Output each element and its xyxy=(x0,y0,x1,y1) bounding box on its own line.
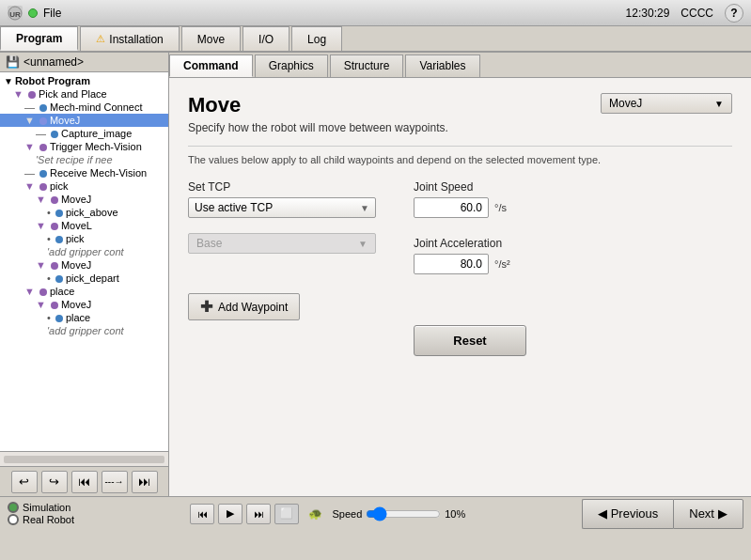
tree-item-pickabove[interactable]: • pick_above xyxy=(0,206,168,219)
move-subtitle: Specify how the robot will move between … xyxy=(188,121,448,134)
tree-item-movej3[interactable]: ▼ MoveJ xyxy=(0,258,168,272)
simulation-option[interactable]: Simulation xyxy=(8,502,74,513)
dot-movej2 xyxy=(51,196,58,204)
tree-item-pick[interactable]: ▼ pick xyxy=(0,179,168,193)
titlebar-time: 12:30:29 xyxy=(626,7,670,20)
help-button[interactable]: ? xyxy=(725,4,743,23)
play-button[interactable]: ▶ xyxy=(218,504,243,524)
dot-receive xyxy=(39,170,47,178)
skip-back-button[interactable]: ⏮ xyxy=(190,504,214,524)
dot-trigger xyxy=(39,144,47,151)
move-type-dropdown[interactable]: MoveJ ▼ xyxy=(601,93,732,114)
tree-item-pick2[interactable]: • pick xyxy=(0,232,168,245)
redo-button[interactable]: ↪ xyxy=(41,471,68,493)
dot-capture xyxy=(51,131,58,138)
dot-pickdepart2 xyxy=(55,275,63,283)
reset-button[interactable]: Reset xyxy=(414,325,526,356)
speed-slider[interactable] xyxy=(366,506,441,521)
joint-accel-label: Joint Acceleration xyxy=(414,237,526,250)
dot-movej3 xyxy=(51,262,58,270)
sidebar-header: 💾 <unnamed> xyxy=(0,53,168,72)
content-area: Command Graphics Structure Variables Mov… xyxy=(169,53,751,496)
dot-pickabove2 xyxy=(55,210,63,217)
tab-log[interactable]: Log xyxy=(291,26,342,51)
stop-button[interactable]: ⬜ xyxy=(274,504,299,524)
titlebar-title: File xyxy=(43,7,61,20)
simulation-label: Simulation xyxy=(23,502,70,513)
step-forward-button[interactable]: ⏭ xyxy=(132,471,158,493)
move-type-label: MoveJ xyxy=(609,97,642,110)
titlebar-left: UR File xyxy=(8,6,61,21)
tab-structure[interactable]: Structure xyxy=(330,54,404,77)
tab-io[interactable]: I/O xyxy=(243,26,289,51)
titlebar-id: CCCC xyxy=(681,7,713,20)
nav-buttons: ◀ Previous Next ▶ xyxy=(582,499,743,529)
tab-graphics[interactable]: Graphics xyxy=(255,54,328,77)
previous-button[interactable]: ◀ Previous xyxy=(582,499,674,529)
base-dropdown[interactable]: Base ▼ xyxy=(188,233,376,254)
real-robot-label: Real Robot xyxy=(23,514,74,525)
dot-place3 xyxy=(55,315,63,322)
move-description: The values below apply to all child wayp… xyxy=(188,146,732,165)
sidebar-scrollbar[interactable] xyxy=(0,451,168,466)
tree-arrow-movej4: ▼ xyxy=(36,299,46,310)
sidebar-toolbar: ↩ ↪ ⏮ ---→ ⏭ xyxy=(0,466,168,496)
tab-command-label: Command xyxy=(183,59,239,72)
tree-arrow-movej2: ▼ xyxy=(36,194,46,205)
tree-item-mechmind-connect[interactable]: — Mech-mind Connect xyxy=(0,101,168,114)
tree-item-capture[interactable]: — Capture_image xyxy=(0,127,168,140)
skip-forward-button[interactable]: ⏭ xyxy=(246,504,271,524)
next-button[interactable]: Next ▶ xyxy=(673,499,743,529)
tree-item-movej[interactable]: ▼ MoveJ xyxy=(0,114,168,127)
tree-item-gripper2[interactable]: 'add gripper cont xyxy=(0,324,168,337)
tcp-dropdown[interactable]: Use active TCP ▼ xyxy=(188,197,376,218)
content-tabs: Command Graphics Structure Variables xyxy=(169,53,751,78)
tree-item-place2[interactable]: • place xyxy=(0,311,168,324)
tree-item-pickdepart[interactable]: • pick_depart xyxy=(0,272,168,285)
prev-arrow-icon: ◀ xyxy=(598,506,607,521)
tree-arrow-pick2: ▼ xyxy=(24,180,35,192)
tab-variables[interactable]: Variables xyxy=(405,54,479,77)
tree-item-trigger[interactable]: ▼ Trigger Mech-Vision xyxy=(0,140,168,153)
add-waypoint-button[interactable]: ✚ Add Waypoint xyxy=(188,293,300,320)
tab-installation[interactable]: ⚠ Installation xyxy=(80,26,179,51)
tree-item-movej4[interactable]: ▼ MoveJ xyxy=(0,298,168,311)
warning-icon: ⚠ xyxy=(96,33,105,45)
tree-dash-mechmind: — xyxy=(24,101,35,113)
tab-graphics-label: Graphics xyxy=(269,59,314,72)
tree-item-gripper1[interactable]: 'add gripper cont xyxy=(0,245,168,258)
tree-item-movej2[interactable]: ▼ MoveJ xyxy=(0,193,168,206)
tree-item-movel[interactable]: ▼ MoveL xyxy=(0,219,168,232)
joint-speed-input[interactable] xyxy=(414,197,489,218)
tab-program[interactable]: Program xyxy=(0,26,78,51)
program-tree: ▼Robot Program ▼ Pick and Place — Mech-m… xyxy=(0,72,168,451)
tab-move[interactable]: Move xyxy=(181,26,241,51)
tree-arrow-movel: ▼ xyxy=(36,220,46,231)
green-dot xyxy=(28,8,38,18)
tree-item-setrecipe[interactable]: 'Set recipe if nee xyxy=(0,153,168,166)
tree-item-receive[interactable]: — Receive Mech-Vision xyxy=(0,166,168,179)
tcp-value: Use active TCP xyxy=(195,201,273,214)
joint-speed-unit: °/s xyxy=(494,202,507,213)
top-tabs: Program ⚠ Installation Move I/O Log xyxy=(0,26,751,53)
tree-item-pick-and-place[interactable]: ▼ Pick and Place xyxy=(0,87,168,101)
dot-movej4 xyxy=(51,302,58,309)
joint-accel-unit: °/s² xyxy=(494,258,510,270)
undo-button[interactable]: ↩ xyxy=(11,471,38,493)
sidebar-filename: <unnamed> xyxy=(23,55,84,69)
dot-movej xyxy=(39,117,47,125)
tree-arrow-movej: ▼ xyxy=(24,115,35,126)
step-back-button[interactable]: ⏮ xyxy=(71,471,98,493)
tab-io-label: I/O xyxy=(258,33,274,46)
tree-item-robot-program[interactable]: ▼Robot Program xyxy=(0,74,168,87)
real-robot-option[interactable]: Real Robot xyxy=(8,514,74,525)
tab-command[interactable]: Command xyxy=(169,54,253,77)
dot-movel xyxy=(51,223,58,230)
simulation-radio xyxy=(8,502,19,513)
step-through-button[interactable]: ---→ xyxy=(102,471,128,493)
tree-item-place[interactable]: ▼ place xyxy=(0,285,168,298)
joint-accel-input[interactable] xyxy=(414,254,489,274)
tree-arrow-pick: ▼ xyxy=(13,88,23,100)
tree-arrow: ▼ xyxy=(4,76,13,86)
dot-pick4 xyxy=(55,236,63,243)
